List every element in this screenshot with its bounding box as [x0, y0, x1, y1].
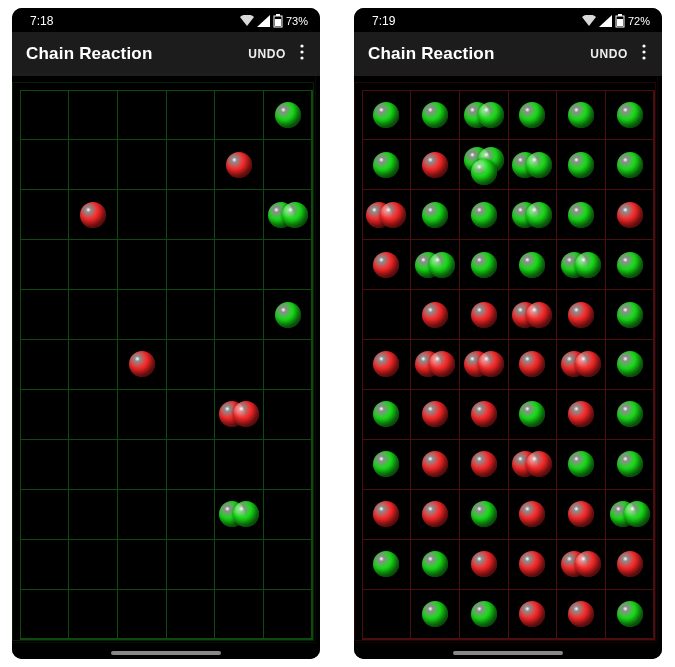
grid-cell[interactable]	[459, 339, 509, 390]
grid-cell[interactable]	[410, 389, 460, 440]
grid-cell[interactable]	[556, 289, 606, 340]
grid-cell[interactable]	[605, 439, 655, 490]
grid-cell[interactable]	[20, 389, 70, 440]
grid-cell[interactable]	[117, 489, 167, 540]
grid-cell[interactable]	[410, 539, 460, 590]
grid-cell[interactable]	[459, 239, 509, 290]
grid-cell[interactable]	[166, 589, 216, 640]
grid-cell[interactable]	[214, 339, 264, 390]
grid-cell[interactable]	[459, 589, 509, 640]
grid-cell[interactable]	[605, 289, 655, 340]
overflow-menu-button[interactable]	[636, 40, 652, 68]
grid-cell[interactable]	[410, 489, 460, 540]
grid-cell[interactable]	[263, 189, 313, 240]
game-board[interactable]	[362, 90, 654, 639]
grid-cell[interactable]	[508, 189, 558, 240]
grid-cell[interactable]	[166, 90, 216, 141]
grid-cell[interactable]	[556, 339, 606, 390]
grid-cell[interactable]	[556, 239, 606, 290]
grid-cell[interactable]	[20, 439, 70, 490]
grid-cell[interactable]	[214, 539, 264, 590]
grid-cell[interactable]	[556, 189, 606, 240]
grid-cell[interactable]	[508, 339, 558, 390]
grid-cell[interactable]	[263, 289, 313, 340]
grid-cell[interactable]	[508, 239, 558, 290]
grid-cell[interactable]	[605, 139, 655, 190]
grid-cell[interactable]	[20, 539, 70, 590]
grid-cell[interactable]	[20, 289, 70, 340]
grid-cell[interactable]	[68, 539, 118, 590]
grid-cell[interactable]	[556, 139, 606, 190]
grid-cell[interactable]	[166, 239, 216, 290]
grid-cell[interactable]	[166, 289, 216, 340]
grid-cell[interactable]	[459, 489, 509, 540]
grid[interactable]	[362, 90, 654, 639]
grid-cell[interactable]	[263, 439, 313, 490]
grid-cell[interactable]	[459, 289, 509, 340]
grid-cell[interactable]	[605, 389, 655, 440]
grid-cell[interactable]	[362, 439, 412, 490]
grid-cell[interactable]	[68, 289, 118, 340]
grid-cell[interactable]	[117, 439, 167, 490]
grid-cell[interactable]	[556, 439, 606, 490]
grid-cell[interactable]	[117, 289, 167, 340]
grid-cell[interactable]	[20, 90, 70, 141]
grid-cell[interactable]	[605, 589, 655, 640]
undo-button[interactable]: UNDO	[240, 41, 294, 67]
grid-cell[interactable]	[410, 189, 460, 240]
grid-cell[interactable]	[117, 589, 167, 640]
grid-cell[interactable]	[508, 539, 558, 590]
grid-cell[interactable]	[605, 189, 655, 240]
undo-button[interactable]: UNDO	[582, 41, 636, 67]
grid-cell[interactable]	[20, 139, 70, 190]
grid-cell[interactable]	[166, 389, 216, 440]
grid-cell[interactable]	[68, 189, 118, 240]
grid-cell[interactable]	[68, 489, 118, 540]
grid-cell[interactable]	[68, 239, 118, 290]
grid-cell[interactable]	[117, 339, 167, 390]
grid-cell[interactable]	[605, 339, 655, 390]
grid-cell[interactable]	[263, 489, 313, 540]
grid-cell[interactable]	[362, 389, 412, 440]
grid-cell[interactable]	[263, 589, 313, 640]
grid-cell[interactable]	[362, 189, 412, 240]
grid-cell[interactable]	[556, 90, 606, 141]
grid-cell[interactable]	[20, 239, 70, 290]
grid-cell[interactable]	[459, 439, 509, 490]
grid-cell[interactable]	[117, 139, 167, 190]
grid-cell[interactable]	[410, 589, 460, 640]
grid-cell[interactable]	[117, 189, 167, 240]
grid-cell[interactable]	[263, 139, 313, 190]
grid-cell[interactable]	[362, 90, 412, 141]
grid-cell[interactable]	[508, 389, 558, 440]
grid-cell[interactable]	[556, 389, 606, 440]
grid-cell[interactable]	[459, 389, 509, 440]
grid-cell[interactable]	[508, 90, 558, 141]
grid-cell[interactable]	[68, 339, 118, 390]
grid-cell[interactable]	[556, 539, 606, 590]
grid-cell[interactable]	[459, 189, 509, 240]
grid-cell[interactable]	[605, 539, 655, 590]
grid-cell[interactable]	[214, 439, 264, 490]
grid-cell[interactable]	[117, 389, 167, 440]
grid-cell[interactable]	[214, 139, 264, 190]
grid-cell[interactable]	[362, 339, 412, 390]
grid-cell[interactable]	[68, 589, 118, 640]
grid-cell[interactable]	[508, 139, 558, 190]
grid-cell[interactable]	[68, 90, 118, 141]
game-board-area[interactable]	[12, 76, 320, 659]
grid-cell[interactable]	[410, 439, 460, 490]
grid-cell[interactable]	[214, 389, 264, 440]
grid-cell[interactable]	[214, 589, 264, 640]
game-board-area[interactable]	[354, 76, 662, 659]
grid-cell[interactable]	[20, 489, 70, 540]
grid-cell[interactable]	[166, 339, 216, 390]
grid-cell[interactable]	[214, 489, 264, 540]
grid-cell[interactable]	[20, 589, 70, 640]
grid-cell[interactable]	[362, 139, 412, 190]
grid-cell[interactable]	[214, 239, 264, 290]
grid-cell[interactable]	[68, 139, 118, 190]
grid-cell[interactable]	[166, 139, 216, 190]
grid-cell[interactable]	[362, 489, 412, 540]
grid-cell[interactable]	[556, 589, 606, 640]
